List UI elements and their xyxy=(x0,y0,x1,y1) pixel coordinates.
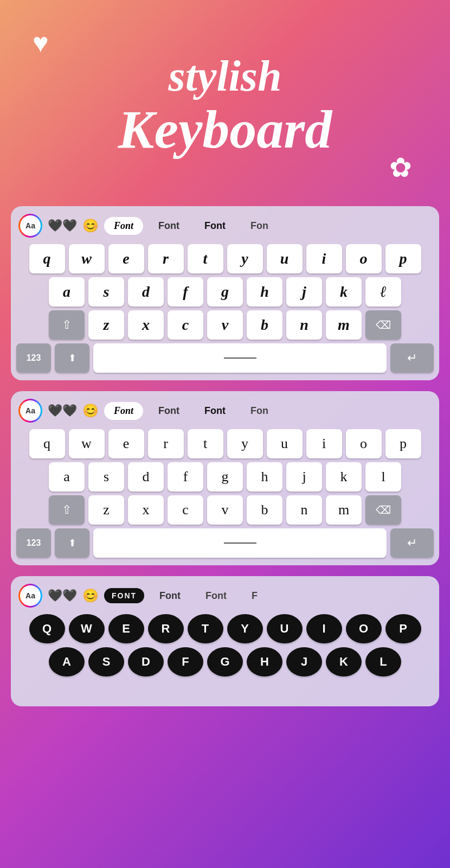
key-j-1[interactable]: j xyxy=(286,277,322,307)
share-key-1[interactable]: ⬆ xyxy=(55,343,89,373)
key-W-3[interactable]: W xyxy=(69,614,105,643)
key-T-3[interactable]: T xyxy=(188,614,223,643)
key-b-2[interactable]: b xyxy=(247,495,282,525)
key-f-1[interactable]: f xyxy=(168,277,203,307)
key-a-2[interactable]: a xyxy=(49,462,85,492)
enter-key-1[interactable]: ↵ xyxy=(390,343,434,373)
key-U-3[interactable]: U xyxy=(267,614,303,643)
key-y-2[interactable]: y xyxy=(227,429,263,458)
key-F-3[interactable]: F xyxy=(168,647,203,676)
key-Q-3[interactable]: Q xyxy=(29,614,65,643)
key-P-3[interactable]: P xyxy=(385,614,421,643)
key-m-2[interactable]: m xyxy=(326,495,362,525)
key-d-2[interactable]: d xyxy=(128,462,164,492)
font-btn-active-1[interactable]: Font xyxy=(104,217,143,235)
key-v-1[interactable]: v xyxy=(207,310,243,340)
key-c-1[interactable]: c xyxy=(168,310,203,340)
key-w-2[interactable]: w xyxy=(69,429,105,458)
key-J-3[interactable]: J xyxy=(286,647,322,676)
key-c-2[interactable]: c xyxy=(168,495,203,525)
font-btn-extra-3[interactable]: F xyxy=(242,587,267,605)
key-p-1[interactable]: p xyxy=(385,244,421,273)
key-G-3[interactable]: G xyxy=(207,647,243,676)
key-x-1[interactable]: x xyxy=(128,310,164,340)
key-k-1[interactable]: k xyxy=(326,277,362,307)
key-g-1[interactable]: g xyxy=(207,277,243,307)
backspace-key-1[interactable]: ⌫ xyxy=(365,310,401,340)
key-h-1[interactable]: h xyxy=(247,277,282,307)
key-v-2[interactable]: v xyxy=(207,495,243,525)
key-t-1[interactable]: t xyxy=(188,244,223,273)
num-key-1[interactable]: 123 xyxy=(16,343,51,373)
space-key-2[interactable] xyxy=(93,528,387,558)
font-btn-circle-3[interactable]: FONT xyxy=(104,588,144,603)
share-key-2[interactable]: ⬆ xyxy=(55,528,89,558)
font-btn-cut-1[interactable]: Fon xyxy=(241,217,278,235)
font-btn-plain-3[interactable]: Font xyxy=(150,587,190,605)
key-j-2[interactable]: j xyxy=(286,462,322,492)
enter-key-2[interactable]: ↵ xyxy=(390,528,434,558)
key-e-1[interactable]: e xyxy=(108,244,144,273)
key-Y-3[interactable]: Y xyxy=(227,614,263,643)
key-H-3[interactable]: H xyxy=(247,647,282,676)
key-h-2[interactable]: h xyxy=(247,462,282,492)
aa-button-1[interactable]: Aa xyxy=(18,214,42,238)
font-btn-bold-2[interactable]: Font xyxy=(195,402,235,420)
key-s-1[interactable]: s xyxy=(88,277,124,307)
key-s-2[interactable]: s xyxy=(88,462,124,492)
key-K-3[interactable]: K xyxy=(326,647,362,676)
key-A-3[interactable]: A xyxy=(49,647,85,676)
key-q-2[interactable]: q xyxy=(29,429,65,458)
aa-button-3[interactable]: Aa xyxy=(18,584,42,608)
key-n-2[interactable]: n xyxy=(286,495,322,525)
key-y-1[interactable]: y xyxy=(227,244,263,273)
key-w-1[interactable]: w xyxy=(69,244,105,273)
key-b-1[interactable]: b xyxy=(247,310,282,340)
emoji-icon-2[interactable]: 😊 xyxy=(82,403,99,418)
font-btn-active-2[interactable]: Font xyxy=(104,402,143,420)
key-I-3[interactable]: I xyxy=(306,614,342,643)
key-r-2[interactable]: r xyxy=(148,429,184,458)
key-e-2[interactable]: e xyxy=(108,429,144,458)
font-btn-plain-1[interactable]: Font xyxy=(149,217,189,235)
key-O-3[interactable]: O xyxy=(346,614,382,643)
key-m-1[interactable]: m xyxy=(326,310,362,340)
hearts-icon-1[interactable]: 🖤🖤 xyxy=(48,219,77,233)
key-p-2[interactable]: p xyxy=(385,429,421,458)
key-S-3[interactable]: S xyxy=(88,647,124,676)
key-o-1[interactable]: o xyxy=(346,244,382,273)
shift-key-1[interactable]: ⇧ xyxy=(49,310,85,340)
key-z-2[interactable]: z xyxy=(88,495,124,525)
key-g-2[interactable]: g xyxy=(207,462,243,492)
key-k-2[interactable]: k xyxy=(326,462,362,492)
key-q-1[interactable]: q xyxy=(29,244,65,273)
key-r-1[interactable]: r xyxy=(148,244,184,273)
key-E-3[interactable]: E xyxy=(108,614,144,643)
key-n-1[interactable]: n xyxy=(286,310,322,340)
key-i-1[interactable]: i xyxy=(306,244,342,273)
key-x-2[interactable]: x xyxy=(128,495,164,525)
key-u-1[interactable]: u xyxy=(267,244,303,273)
key-l-1[interactable]: ℓ xyxy=(365,277,401,307)
key-f-2[interactable]: f xyxy=(168,462,203,492)
hearts-icon-2[interactable]: 🖤🖤 xyxy=(48,404,77,418)
emoji-icon-3[interactable]: 😊 xyxy=(82,588,99,603)
aa-button-2[interactable]: Aa xyxy=(18,399,42,423)
key-z-1[interactable]: z xyxy=(88,310,124,340)
key-d-1[interactable]: d xyxy=(128,277,164,307)
key-i-2[interactable]: i xyxy=(306,429,342,458)
shift-key-2[interactable]: ⇧ xyxy=(49,495,85,525)
font-btn-cut-3[interactable]: Font xyxy=(196,587,236,605)
key-a-1[interactable]: a xyxy=(49,277,85,307)
hearts-icon-3[interactable]: 🖤🖤 xyxy=(48,589,77,603)
key-R-3[interactable]: R xyxy=(148,614,184,643)
key-L-3[interactable]: L xyxy=(365,647,401,676)
key-o-2[interactable]: o xyxy=(346,429,382,458)
font-btn-cut-2[interactable]: Fon xyxy=(241,402,278,420)
font-btn-plain-2[interactable]: Font xyxy=(149,402,189,420)
key-l-2[interactable]: l xyxy=(365,462,401,492)
key-D-3[interactable]: D xyxy=(128,647,164,676)
space-key-1[interactable] xyxy=(93,343,387,373)
emoji-icon-1[interactable]: 😊 xyxy=(82,218,99,233)
font-btn-bold-1[interactable]: Font xyxy=(195,217,235,235)
